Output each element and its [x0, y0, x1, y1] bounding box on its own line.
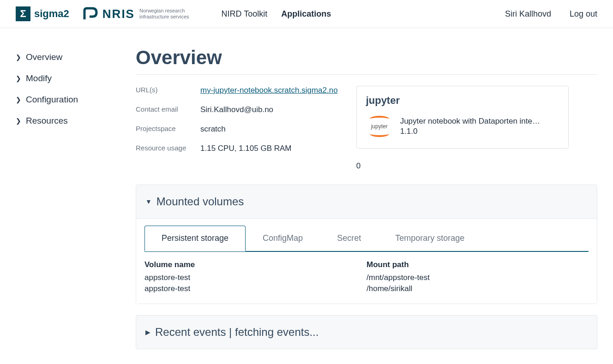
mounted-volumes-header[interactable]: ▼ Mounted volumes [136, 185, 597, 218]
table-cell: /home/sirikall [367, 284, 589, 293]
logo-nris[interactable]: NRIS Norwegian research infrastructure s… [83, 7, 189, 21]
resource-usage-label: Resource usage [136, 144, 196, 153]
triangle-right-icon: ▶ [145, 328, 150, 336]
brand1-text: sigma2 [34, 8, 69, 20]
top-bar: Σ sigma2 NRIS Norwegian research infrast… [0, 0, 613, 28]
top-nav: NIRD Toolkit Applications [222, 9, 331, 19]
volume-table: Volume name Mount path appstore-test /mn… [144, 252, 589, 295]
brand2-sub: Norwegian research infrastructure servic… [139, 8, 189, 20]
tab-secret[interactable]: Secret [320, 226, 378, 251]
table-cell: appstore-test [144, 273, 367, 282]
package-version: 1.1.0 [400, 127, 540, 136]
tab-persistent-storage[interactable]: Persistent storage [144, 226, 246, 251]
user-name[interactable]: Siri Kallhovd [505, 9, 551, 19]
package-name: jupyter [366, 95, 559, 107]
sidebar-item-modify[interactable]: ❯ Modify [16, 68, 117, 89]
chevron-right-icon: ❯ [16, 96, 21, 103]
col-mount-path: Mount path [367, 260, 589, 269]
sidebar-item-configuration[interactable]: ❯ Configuration [16, 89, 117, 110]
logout-link[interactable]: Log out [570, 9, 597, 19]
jupyter-icon: jupyter [366, 113, 393, 140]
nav-applications[interactable]: Applications [281, 9, 331, 19]
email-value: Siri.Kallhovd@uib.no [200, 105, 338, 114]
sidebar: ❯ Overview ❯ Modify ❯ Configuration ❯ Re… [16, 47, 117, 360]
mounted-volumes-panel: ▼ Mounted volumes Persistent storage Con… [136, 185, 597, 304]
sidebar-item-label: Modify [26, 73, 52, 84]
col-volume-name: Volume name [144, 260, 367, 269]
table-cell: appstore-test [144, 284, 367, 293]
sidebar-item-label: Configuration [26, 95, 78, 105]
sidebar-item-overview[interactable]: ❯ Overview [16, 47, 117, 68]
recent-events-header[interactable]: ▶ Recent events | fetching events... [136, 316, 597, 349]
projectspace-label: Projectspace [136, 125, 196, 134]
chevron-right-icon: ❯ [16, 75, 21, 82]
package-extra-count: 0 [356, 161, 569, 171]
urls-label: URL(s) [136, 86, 196, 95]
email-label: Contact email [136, 105, 196, 114]
recent-events-panel: ▶ Recent events | fetching events... [136, 315, 597, 349]
chevron-right-icon: ❯ [16, 54, 21, 61]
tab-temporary-storage[interactable]: Temporary storage [378, 226, 481, 251]
sigma-icon: Σ [16, 6, 30, 21]
recent-events-title: Recent events | fetching events... [155, 326, 319, 339]
page-title: Overview [136, 47, 597, 75]
package-card[interactable]: jupyter jupyter Jupyter notebook with Da… [356, 86, 569, 149]
sidebar-item-resources[interactable]: ❯ Resources [16, 110, 117, 131]
mounted-volumes-title: Mounted volumes [156, 195, 244, 208]
sidebar-item-label: Resources [26, 116, 68, 126]
nris-icon [83, 7, 98, 21]
package-description: Jupyter notebook with Dataporten inte… [400, 117, 540, 126]
resource-usage-value: 1.15 CPU, 1.105 GB RAM [200, 144, 338, 153]
triangle-down-icon: ▼ [145, 198, 152, 205]
app-url-link[interactable]: my-jupyter-notebook.scratch.sigma2.no [200, 86, 338, 95]
main-content: Overview URL(s) my-jupyter-notebook.scra… [136, 47, 597, 360]
summary-fields: URL(s) my-jupyter-notebook.scratch.sigma… [136, 86, 338, 153]
brand2-text: NRIS [102, 7, 135, 21]
tab-configmap[interactable]: ConfigMap [246, 226, 320, 251]
table-cell: /mnt/appstore-test [367, 273, 589, 282]
projectspace-value: scratch [200, 125, 338, 134]
logo-sigma2[interactable]: Σ sigma2 [16, 6, 69, 21]
volume-tabs: Persistent storage ConfigMap Secret Temp… [144, 225, 589, 252]
chevron-right-icon: ❯ [16, 117, 21, 125]
sidebar-item-label: Overview [26, 52, 62, 62]
nav-nird-toolkit[interactable]: NIRD Toolkit [222, 9, 268, 19]
